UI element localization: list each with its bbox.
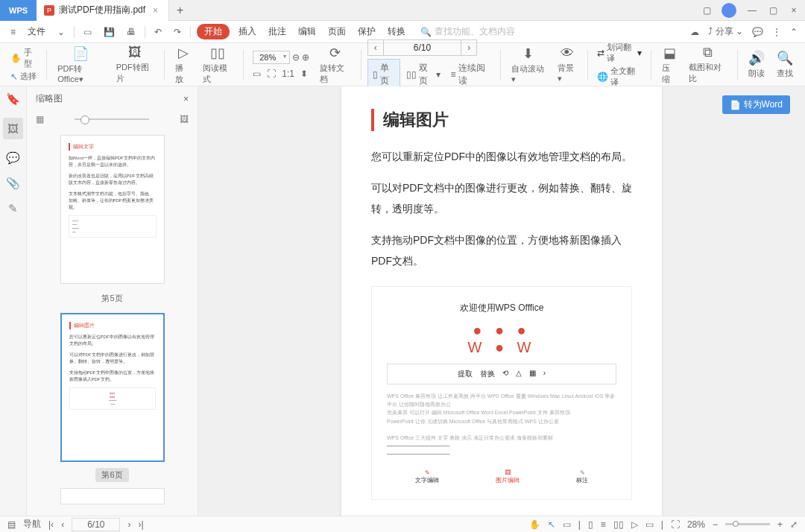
actual-size-icon[interactable]: 1:1 (282, 69, 294, 79)
comment-icon[interactable]: 💬 (6, 151, 20, 165)
full-translate[interactable]: 🌐全文翻译 (594, 66, 645, 88)
titlebar: WPS P 测试PDF使用指南.pdf × + ▢ — ▢ × (0, 0, 805, 21)
fullscreen-icon[interactable]: ⤢ (790, 519, 798, 530)
page-input[interactable]: 6/10 (72, 518, 120, 531)
add-tab-button[interactable]: + (169, 4, 191, 17)
prev-page-button[interactable]: ‹ (367, 39, 384, 56)
close-icon[interactable]: × (789, 5, 799, 16)
file-menu[interactable]: 文件 (25, 25, 48, 38)
double-page-icon: ▯▯ (406, 69, 417, 80)
read-icon[interactable]: ▭ (645, 519, 654, 530)
thumb-size-slider[interactable] (75, 118, 149, 120)
background[interactable]: 👁背景▾ (553, 45, 581, 83)
tab-page[interactable]: 页面 (325, 25, 349, 38)
pdf-to-office[interactable]: 📄PDF转Office▾ (53, 45, 108, 84)
zoom-select[interactable]: 28% (253, 51, 290, 64)
edit-icon[interactable]: ✎ (8, 202, 18, 215)
chat-icon[interactable]: 💬 (752, 27, 763, 37)
find[interactable]: 🔍查找 (772, 50, 798, 79)
rotate-button[interactable]: ⟳旋转文档 (315, 45, 355, 85)
pdf-to-image[interactable]: 🖼PDF转图片 (112, 45, 159, 84)
marquee-icon[interactable]: ▭ (563, 519, 571, 530)
continuous-view-icon[interactable]: ≡ (601, 519, 606, 530)
tab-insert[interactable]: 插入 (236, 25, 259, 38)
share-button[interactable]: ⤴ 分享 ⌄ (708, 25, 743, 38)
tab-title: 测试PDF使用指南.pdf (59, 4, 145, 16)
screenshot[interactable]: ⧉截图和对比 (684, 45, 731, 84)
open-icon[interactable]: ▭ (80, 25, 95, 39)
image-icon[interactable]: 🖼 (180, 114, 189, 124)
bookmark-icon[interactable]: 🔖 (6, 92, 20, 106)
window-icon[interactable]: ▢ (703, 5, 711, 16)
prev-page-icon[interactable]: ‹ (61, 519, 64, 530)
print-icon[interactable]: 🖶 (124, 25, 139, 39)
compress[interactable]: ⬓压缩 (657, 45, 681, 85)
document-view[interactable]: 📄 转为Word 编辑图片 您可以重新定位PDF中的图像以有效地管理文档的布局。… (198, 86, 805, 516)
minimize-icon[interactable]: — (747, 5, 757, 16)
tab-protect[interactable]: 保护 (355, 25, 379, 38)
last-page-icon[interactable]: ›| (138, 519, 143, 530)
read-mode[interactable]: ▯▯阅读模式 (198, 45, 238, 85)
chevron-down-icon[interactable]: ⌄ (54, 25, 68, 39)
next-page-button[interactable]: › (461, 39, 477, 56)
fit-width-icon[interactable]: ▭ (253, 69, 261, 79)
nav-label[interactable]: 导航 (23, 518, 41, 531)
hand-icon[interactable]: ✋ (529, 519, 540, 530)
save-icon[interactable]: 💾 (101, 25, 118, 39)
double-view-icon[interactable]: ▯▯ (613, 519, 624, 530)
first-page-icon[interactable]: |‹ (48, 519, 54, 530)
collapse-icon[interactable]: ⌃ (790, 27, 798, 37)
zoom-out-button[interactable]: − (713, 519, 718, 530)
zoom-in-icon[interactable]: ⊕ (302, 52, 309, 63)
menu-icon[interactable]: ≡ (7, 25, 19, 39)
close-panel-icon[interactable]: × (183, 94, 189, 104)
search-input[interactable]: 🔍 查找功能、文档内容 (420, 25, 515, 38)
tab-comment[interactable]: 批注 (265, 25, 289, 38)
auto-scroll[interactable]: ⬇自动滚动▾ (507, 45, 550, 84)
word-icon: 📄 (730, 100, 741, 110)
tab-convert[interactable]: 转换 (385, 25, 408, 38)
pointer-icon[interactable]: ↖ (548, 519, 555, 530)
close-tab-icon[interactable]: × (150, 5, 161, 16)
sidebar: 🔖 🖼 💬 📎 ✎ (0, 86, 27, 516)
fit-icon[interactable]: ⛶ (671, 519, 680, 530)
fit-height-icon[interactable]: ⬍ (300, 69, 308, 79)
continuous-icon: ≡ (451, 69, 456, 80)
play-icon[interactable]: ▷ (631, 519, 638, 530)
pdf-icon: P (44, 5, 54, 16)
wps-logo: WPS (0, 0, 37, 21)
page-indicator[interactable]: 6/10 (384, 39, 461, 56)
paragraph: 可以对PDF文档中的图像进行更改，例如替换、翻转、旋转，透明度等。 (371, 177, 632, 219)
attachment-icon[interactable]: 📎 (6, 177, 20, 190)
document-tab[interactable]: P 测试PDF使用指南.pdf × (37, 0, 169, 21)
word-translate[interactable]: ⇄划词翻译▾ (594, 42, 645, 64)
redo-icon[interactable]: ↷ (171, 25, 184, 39)
read-aloud[interactable]: 🔊朗读 (744, 50, 769, 79)
avatar[interactable] (722, 3, 736, 18)
cloud-icon[interactable]: ☁ (690, 27, 699, 37)
continuous-button[interactable]: ≡连续阅读 (446, 59, 494, 90)
fit-page-icon[interactable]: ⛶ (267, 69, 276, 79)
zoom-in-button[interactable]: + (777, 519, 783, 530)
single-view-icon[interactable]: ▯ (588, 519, 593, 530)
thumbnail-icon[interactable]: 🖼 (3, 118, 23, 139)
single-page-button[interactable]: ▯单页 (367, 59, 401, 90)
thumbnail-page-5[interactable]: 编辑文字 如Word一样，直接编辑PDF文档中的文本内容，并且是我一直以来的选择… (60, 135, 165, 284)
tab-start[interactable]: 开始 (197, 24, 230, 39)
maximize-icon[interactable]: ▢ (768, 5, 778, 16)
double-page-button[interactable]: ▯▯双页▾ (402, 59, 444, 90)
zoom-out-icon[interactable]: ⊖ (292, 52, 300, 63)
zoom-display: 28% (687, 519, 705, 530)
undo-icon[interactable]: ↶ (151, 25, 165, 39)
thumbnail-page-7[interactable] (60, 488, 165, 504)
play-button[interactable]: ▷播放 (171, 45, 195, 85)
more-icon[interactable]: ⋮ (772, 27, 781, 37)
thumbnail-page-6[interactable]: 编辑图片 您可以重新定位PDF中的图像以有效地管理文档的布局。 可以对PDF文档… (60, 313, 165, 462)
select-tool[interactable]: ↖选择 (7, 71, 40, 82)
hand-tool[interactable]: ✋手型 (7, 47, 40, 69)
tab-edit[interactable]: 编辑 (295, 25, 319, 38)
outline-icon[interactable]: ▤ (7, 519, 16, 530)
convert-to-word-button[interactable]: 📄 转为Word (722, 95, 790, 114)
next-page-icon[interactable]: › (127, 519, 130, 530)
grid-icon[interactable]: ▦ (36, 114, 44, 124)
